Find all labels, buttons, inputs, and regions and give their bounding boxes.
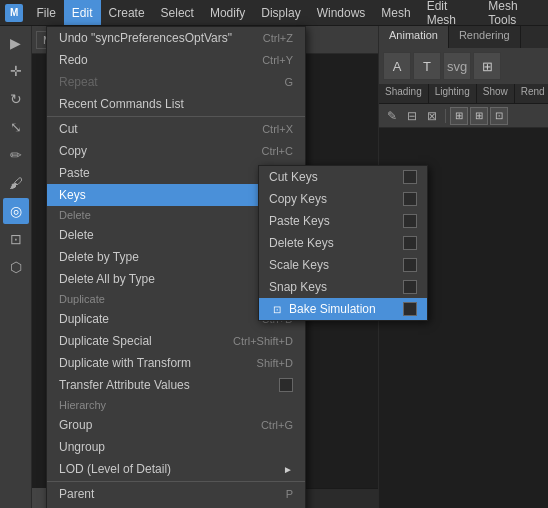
submenu-bake-icon: ⊡: [269, 301, 285, 317]
divider: [445, 109, 446, 123]
submenu-paste-keys-label: Paste Keys: [269, 214, 395, 228]
tab-rendering[interactable]: Rendering: [449, 26, 521, 48]
shelf-icon-1[interactable]: A: [383, 52, 411, 80]
maya-logo-icon: M: [5, 4, 23, 22]
menu-duplicate-transform-shortcut: Shift+D: [257, 357, 293, 369]
sidebar-snap-icon[interactable]: ⊡: [3, 226, 29, 252]
menu-repeat-shortcut: G: [284, 76, 293, 88]
tab-rend[interactable]: Rend: [515, 84, 548, 103]
menu-duplicate-transform[interactable]: Duplicate with Transform Shift+D: [47, 352, 305, 374]
tab-shading[interactable]: Shading: [379, 84, 429, 103]
submenu-scale-keys-checkbox[interactable]: [403, 258, 417, 272]
sidebar-paint-icon[interactable]: 🖌: [3, 170, 29, 196]
shelf-icon-svg[interactable]: svg: [443, 52, 471, 80]
menu-transfer-attribute-label: Transfer Attribute Values: [59, 378, 271, 392]
menu-file[interactable]: File: [29, 0, 64, 25]
menu-select[interactable]: Select: [153, 0, 202, 25]
tab-lighting[interactable]: Lighting: [429, 84, 477, 103]
menu-transfer-attribute-checkbox[interactable]: [279, 378, 293, 392]
menu-lod-arrow: ►: [283, 464, 293, 475]
left-sidebar: ▶ ✛ ↻ ⤡ ✏ 🖌 ◎ ⊡ ⬡: [0, 26, 32, 508]
submenu-paste-keys-checkbox[interactable]: [403, 214, 417, 228]
menu-parent[interactable]: Parent P: [47, 483, 305, 505]
submenu-bake-simulation[interactable]: ⊡ Bake Simulation: [259, 298, 427, 320]
sidebar-scale-icon[interactable]: ⤡: [3, 114, 29, 140]
submenu-scale-keys[interactable]: Scale Keys: [259, 254, 427, 276]
menu-transfer-attribute[interactable]: Transfer Attribute Values: [47, 374, 305, 396]
menu-undo-label: Undo "syncPreferencesOptVars": [59, 31, 243, 45]
icon-grid-3[interactable]: ⊡: [490, 107, 508, 125]
menu-duplicate-transform-label: Duplicate with Transform: [59, 356, 237, 370]
menu-undo[interactable]: Undo "syncPreferencesOptVars" Ctrl+Z: [47, 27, 305, 49]
menu-repeat-label: Repeat: [59, 75, 264, 89]
shelf-icons: A T svg ⊞: [379, 48, 548, 84]
icon-grid-2[interactable]: ⊞: [470, 107, 488, 125]
submenu-cut-keys-checkbox[interactable]: [403, 170, 417, 184]
sidebar-curve-icon[interactable]: ⬡: [3, 254, 29, 280]
menu-group[interactable]: Group Ctrl+G: [47, 414, 305, 436]
submenu-delete-keys[interactable]: Delete Keys: [259, 232, 427, 254]
submenu-copy-keys[interactable]: Copy Keys: [259, 188, 427, 210]
submenu-bake-simulation-label: Bake Simulation: [289, 302, 395, 316]
menu-bar: M File Edit Create Select Modify Display…: [0, 0, 548, 26]
menu-parent-shortcut: P: [286, 488, 293, 500]
tab-show[interactable]: Show: [477, 84, 515, 103]
menu-duplicate-special-shortcut: Ctrl+Shift+D: [233, 335, 293, 347]
section-hierarchy: Hierarchy: [47, 396, 305, 414]
separator-1: [47, 116, 305, 117]
menu-modify[interactable]: Modify: [202, 0, 253, 25]
submenu-cut-keys[interactable]: Cut Keys: [259, 166, 427, 188]
menu-repeat[interactable]: Repeat G: [47, 71, 305, 93]
menu-recent-commands[interactable]: Recent Commands List: [47, 93, 305, 115]
sidebar-active-icon[interactable]: ◎: [3, 198, 29, 224]
submenu-copy-keys-checkbox[interactable]: [403, 192, 417, 206]
menu-redo-label: Redo: [59, 53, 242, 67]
right-panel-tabs: Animation Rendering: [379, 26, 548, 48]
submenu-delete-keys-checkbox[interactable]: [403, 236, 417, 250]
submenu-cut-keys-label: Cut Keys: [269, 170, 395, 184]
separator-2: [47, 481, 305, 482]
menu-edit[interactable]: Edit: [64, 0, 101, 25]
menu-edit-mesh[interactable]: Edit Mesh: [419, 0, 481, 25]
shelf-icon-grid[interactable]: ⊞: [473, 52, 501, 80]
menu-copy[interactable]: Copy Ctrl+C: [47, 140, 305, 162]
sidebar-rotate-icon[interactable]: ↻: [3, 86, 29, 112]
icon-row: ✎ ⊟ ⊠ ⊞ ⊞ ⊡: [379, 104, 548, 128]
viewport-tabs: Shading Lighting Show Rend: [379, 84, 548, 104]
menu-undo-shortcut: Ctrl+Z: [263, 32, 293, 44]
submenu-paste-keys[interactable]: Paste Keys: [259, 210, 427, 232]
keys-submenu: Cut Keys Copy Keys Paste Keys Delete Key…: [258, 165, 428, 321]
menu-cut[interactable]: Cut Ctrl+X: [47, 118, 305, 140]
menu-windows[interactable]: Windows: [309, 0, 374, 25]
menu-group-shortcut: Ctrl+G: [261, 419, 293, 431]
menu-display[interactable]: Display: [253, 0, 308, 25]
icon-pencil[interactable]: ✎: [383, 107, 401, 125]
menu-redo-shortcut: Ctrl+Y: [262, 54, 293, 66]
tab-animation[interactable]: Animation: [379, 26, 449, 48]
menu-ungroup[interactable]: Ungroup: [47, 436, 305, 458]
submenu-bake-simulation-checkbox[interactable]: [403, 302, 417, 316]
submenu-snap-keys-label: Snap Keys: [269, 280, 395, 294]
sidebar-select-icon[interactable]: ▶: [3, 30, 29, 56]
menu-recent-commands-label: Recent Commands List: [59, 97, 293, 111]
menu-create[interactable]: Create: [101, 0, 153, 25]
icon-grid-1[interactable]: ⊞: [450, 107, 468, 125]
sidebar-lasso-icon[interactable]: ✏: [3, 142, 29, 168]
menu-cut-shortcut: Ctrl+X: [262, 123, 293, 135]
menu-lod[interactable]: LOD (Level of Detail) ►: [47, 458, 305, 480]
app-logo: M: [4, 1, 25, 25]
menu-mesh-tools[interactable]: Mesh Tools: [480, 0, 548, 25]
sidebar-move-icon[interactable]: ✛: [3, 58, 29, 84]
menu-duplicate-special[interactable]: Duplicate Special Ctrl+Shift+D: [47, 330, 305, 352]
menu-redo[interactable]: Redo Ctrl+Y: [47, 49, 305, 71]
icon-layers[interactable]: ⊟: [403, 107, 421, 125]
menu-duplicate-special-label: Duplicate Special: [59, 334, 213, 348]
menu-copy-shortcut: Ctrl+C: [262, 145, 293, 157]
menu-mesh[interactable]: Mesh: [373, 0, 418, 25]
icon-camera[interactable]: ⊠: [423, 107, 441, 125]
submenu-snap-keys-checkbox[interactable]: [403, 280, 417, 294]
submenu-snap-keys[interactable]: Snap Keys: [259, 276, 427, 298]
shelf-icon-2[interactable]: T: [413, 52, 441, 80]
menu-lod-label: LOD (Level of Detail): [59, 462, 275, 476]
menu-cut-label: Cut: [59, 122, 242, 136]
